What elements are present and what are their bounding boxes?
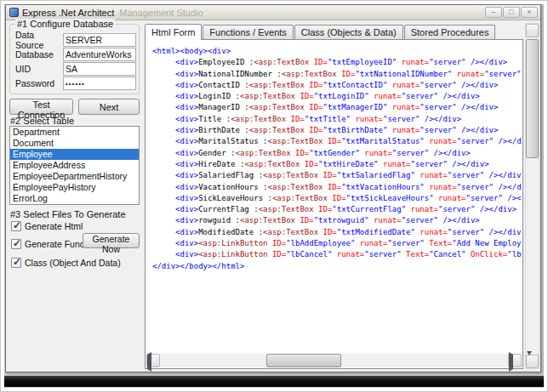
checkbox-checked-icon — [11, 239, 21, 249]
app-window: Express .Net Architect Management Studio… — [5, 4, 541, 372]
tab-html-form[interactable]: Html Form — [145, 24, 202, 40]
tab-strip: Html Form Functions / Events Class (Obje… — [145, 23, 523, 39]
list-item[interactable]: ErrorLog — [10, 193, 139, 204]
taskbar — [4, 376, 544, 387]
class-object-data-checkbox[interactable]: Class (Object And Data) — [11, 257, 121, 268]
tab-class-objects-data[interactable]: Class (Objects & Data) — [294, 25, 403, 39]
scroll-right-button[interactable] — [508, 354, 522, 367]
tab-stored-procedures[interactable]: Stored Procedures — [404, 25, 496, 39]
scroll-down-button[interactable] — [526, 355, 539, 368]
data-source-input[interactable] — [63, 33, 136, 47]
list-item[interactable]: Department — [10, 127, 139, 138]
code-line: <div>rowguid :<asp:TextBox ID="txtrowgui… — [152, 215, 522, 226]
app-icon — [9, 8, 19, 17]
database-label: Database — [15, 49, 63, 60]
code-line: <div>CurrentFlag :<asp:TextBox ID="txtCu… — [152, 204, 522, 215]
code-line: <div>BirthDate :<asp:TextBox ID="txtBirt… — [152, 125, 522, 136]
code-line: </div></body></html> — [152, 261, 522, 272]
database-input[interactable] — [63, 48, 136, 61]
password-input[interactable] — [63, 77, 136, 90]
code-line: <div><asp:LinkButton ID="lbCancel" runat… — [152, 249, 522, 260]
class-object-data-label: Class (Object And Data) — [25, 258, 121, 268]
list-item[interactable]: EmployeeAddress — [10, 160, 139, 171]
database-row: Database — [15, 48, 136, 61]
code-line: <div>SalariedFlag :<asp:TextBox ID="txtS… — [152, 170, 522, 181]
generate-html-checkbox[interactable]: Generate Html — [11, 220, 83, 231]
chevron-left-icon — [147, 352, 151, 372]
select-table-label: #2 Select Table — [10, 116, 74, 126]
uid-label: UID — [15, 64, 63, 74]
select-files-label: #3 Select Files To Generate — [10, 209, 126, 219]
close-icon[interactable] — [521, 7, 538, 18]
uid-input[interactable] — [63, 62, 136, 76]
next-button[interactable]: Next — [78, 99, 140, 115]
vertical-scrollbar[interactable] — [525, 23, 539, 369]
code-line: <div>Title :<asp:TextBox ID="txtTitle" r… — [152, 114, 522, 125]
code-line: <div>Gender :<asp:TextBox ID="txtGender"… — [152, 148, 522, 159]
minimize-icon[interactable] — [485, 7, 502, 18]
caption-buttons — [485, 7, 538, 18]
scroll-left-button[interactable] — [146, 354, 160, 367]
checkbox-checked-icon — [11, 221, 21, 231]
window-title: Express .Net Architect — [22, 8, 114, 18]
scroll-up-button[interactable] — [526, 24, 539, 37]
code-line: <div>SickLeaveHours :<asp:TextBox ID="tx… — [152, 193, 522, 204]
code-line: <div>LoginID :<asp:TextBox ID="txtLoginI… — [152, 91, 522, 102]
password-label: Password — [15, 78, 63, 88]
configure-database-group: #1 Configure Database Data Source Databa… — [9, 24, 140, 94]
code-line: <div>EmployeeID :<asp:TextBox ID="txtEmp… — [152, 57, 522, 68]
code-lines: <html><body><div> <div>EmployeeID :<asp:… — [152, 46, 522, 272]
list-item[interactable]: EmployeeDepartmentHistory — [10, 171, 139, 182]
test-connection-button[interactable]: Test Connection — [9, 99, 73, 115]
uid-row: UID — [15, 62, 136, 76]
generate-html-label: Generate Html — [25, 221, 83, 231]
code-editor[interactable]: <html><body><div> <div>EmployeeID :<asp:… — [146, 41, 522, 354]
code-line: <html><body><div> — [152, 46, 522, 57]
window-client-area: #1 Configure Database Data Source Databa… — [6, 20, 540, 371]
horizontal-scrollbar[interactable] — [146, 354, 522, 367]
data-source-row: Data Source — [15, 33, 136, 47]
list-item[interactable]: EmployeePayHistory — [10, 182, 139, 193]
list-item-selected[interactable]: Employee — [10, 149, 139, 160]
checkbox-checked-icon — [11, 258, 21, 268]
code-line: <div>ModifiedDate :<asp:TextBox ID="txtM… — [152, 227, 522, 238]
list-item[interactable]: Document — [10, 138, 139, 149]
configure-database-title: #1 Configure Database — [15, 19, 115, 29]
vertical-scroll-thumb[interactable] — [526, 39, 539, 158]
maximize-icon[interactable] — [503, 7, 520, 18]
tab-functions-events[interactable]: Functions / Events — [203, 25, 294, 39]
background-window-title: Management Studio — [119, 8, 203, 18]
code-line: <div>HireDate :<asp:TextBox ID="txtHireD… — [152, 159, 522, 170]
chevron-down-icon — [527, 351, 532, 370]
desktop-background: Express .Net Architect Management Studio… — [4, 4, 544, 388]
password-row: Password — [15, 77, 136, 90]
left-panel: #1 Configure Database Data Source Databa… — [6, 20, 144, 371]
horizontal-scroll-thumb[interactable] — [266, 354, 341, 367]
chevron-right-icon — [509, 352, 513, 372]
code-line: <div>NationalIDNumber :<asp:TextBox ID="… — [152, 69, 522, 80]
table-listbox[interactable]: Department Document Employee EmployeeAdd… — [9, 126, 140, 205]
screenshot-frame: Express .Net Architect Management Studio… — [0, 0, 548, 392]
html-form-tab-page: <html><body><div> <div>EmployeeID :<asp:… — [145, 39, 523, 369]
tab-control: Html Form Functions / Events Class (Obje… — [145, 23, 523, 369]
code-line: <div>VacationHours :<asp:TextBox ID="txt… — [152, 182, 522, 193]
generate-now-button[interactable]: Generate Now — [83, 233, 140, 248]
code-line: <div>ContactID :<asp:TextBox ID="txtCont… — [152, 80, 522, 91]
code-line: <div>MaritalStatus :<asp:TextBox ID="txt… — [152, 136, 522, 147]
code-line: <div><asp:LinkButton ID="lbAddEmployee" … — [152, 238, 522, 249]
code-line: <div>ManagerID :<asp:TextBox ID="txtMana… — [152, 102, 522, 113]
